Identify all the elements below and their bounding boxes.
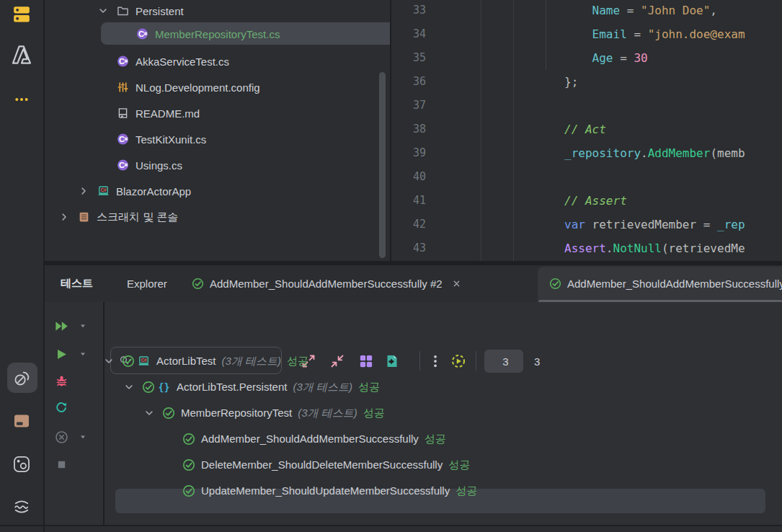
- run-all-tests-button[interactable]: [54, 319, 69, 337]
- file-name: AkkaServiceTest.cs: [135, 56, 229, 68]
- file-name: BlazorActorApp: [116, 185, 191, 198]
- close-tab-icon[interactable]: [451, 278, 462, 289]
- waves-button[interactable]: [0, 497, 43, 516]
- project-tree-item[interactable]: README.md: [45, 102, 390, 125]
- storage-box-icon: [13, 412, 30, 430]
- file-name: MemberRepositoryTest.cs: [155, 28, 280, 40]
- dropdown-arrow-icon[interactable]: [78, 321, 88, 334]
- code-token: =: [620, 4, 641, 17]
- line-number: 43: [391, 236, 426, 260]
- yellow-stack-button[interactable]: [0, 5, 43, 24]
- code-line: Age = 30: [509, 46, 648, 70]
- code-line: // Act: [509, 118, 606, 141]
- test-name: ActorLibTest.Persistent: [177, 381, 287, 393]
- check-circle-icon: [122, 355, 135, 368]
- stop-button[interactable]: [56, 459, 67, 473]
- check-circle-icon: [549, 278, 561, 290]
- run-test-button[interactable]: [55, 347, 68, 364]
- project-tree-item[interactable]: CTestKitXunit.cs: [45, 128, 390, 151]
- tab-label: AddMember_ShouldAddMemberSuccessfully: [567, 278, 782, 290]
- test-name: MemberRepositoryTest: [181, 407, 292, 419]
- storage-box-button[interactable]: [0, 412, 43, 430]
- svg-text:C: C: [119, 57, 125, 66]
- project-tree-item[interactable]: CUsings.cs: [45, 154, 390, 177]
- test-tree-item[interactable]: {}ActorLibTest.Persistent(3개 테스트)성공: [45, 375, 782, 399]
- test-tree-item[interactable]: C#ActorLibTest(3개 테스트)성공: [45, 349, 782, 373]
- check-circle-icon: [162, 407, 175, 420]
- code-token: [509, 27, 592, 41]
- csharp-file-icon: C: [117, 56, 129, 68]
- code-token: .: [606, 241, 613, 255]
- csharp-file-icon: C: [117, 133, 129, 146]
- yellow-stack-icon: [12, 5, 31, 24]
- dropdown-arrow-icon: [78, 349, 88, 359]
- azure-button[interactable]: [0, 43, 43, 66]
- code-token: =: [613, 51, 634, 65]
- project-tree-item[interactable]: NLog.Development.config: [45, 76, 390, 99]
- test-status: 성공: [456, 484, 477, 498]
- project-tree-item[interactable]: C#BlazorActorApp: [45, 179, 390, 203]
- rerun-tests-button[interactable]: [55, 402, 68, 417]
- rerun-icon: [55, 402, 68, 414]
- test-name: DeleteMember_ShouldDeleteMemberSuccessfu…: [201, 458, 443, 471]
- code-token: [509, 146, 564, 160]
- dropdown-arrow-icon[interactable]: [78, 432, 88, 445]
- waves-icon: [12, 497, 31, 516]
- code-line: Name = "John Doe",: [509, 0, 717, 22]
- code-token: (retrievedMe: [662, 241, 745, 255]
- code-line: // Assert: [509, 189, 627, 213]
- test-panel-tab-strip: 테스트 ExplorerAddMember_ShouldAddMemberSuc…: [45, 265, 782, 302]
- chevron-right-icon[interactable]: [58, 211, 70, 223]
- readme-book-icon: [117, 107, 129, 120]
- test-tree-item[interactable]: UpdateMember_ShouldUpdateMemberSuccessfu…: [45, 479, 782, 503]
- stop-session-button[interactable]: [55, 430, 68, 447]
- code-token: Age: [592, 51, 613, 65]
- line-number: 37: [391, 94, 426, 118]
- test-tree-item[interactable]: AddMember_ShouldAddMemberSuccessfully성공: [45, 427, 782, 451]
- file-name: 스크래치 및 콘솔: [97, 210, 178, 224]
- check-circle-icon: [142, 381, 155, 394]
- tab-explorer[interactable]: Explorer: [127, 265, 167, 302]
- package-button[interactable]: [0, 455, 43, 474]
- project-scrollbar[interactable]: [379, 72, 386, 258]
- chevron-right-icon[interactable]: [78, 185, 89, 197]
- project-tree-item[interactable]: Persistent: [45, 0, 390, 22]
- tab-test-session[interactable]: AddMember_ShouldAddMemberSuccessfully #2: [192, 265, 462, 302]
- svg-text:C: C: [138, 30, 144, 38]
- unit-tests-button[interactable]: [0, 369, 43, 388]
- test-tree-item[interactable]: DeleteMember_ShouldDeleteMemberSuccessfu…: [45, 453, 782, 477]
- code-token: // Act: [564, 123, 606, 136]
- run-all-icon: [54, 319, 69, 334]
- code-token: [509, 51, 592, 65]
- bug-icon: [55, 374, 68, 388]
- code-token: 30: [634, 51, 647, 65]
- svg-text:C: C: [119, 135, 125, 143]
- config-sliders-icon: [117, 81, 129, 94]
- status-bar-border: [0, 525, 782, 526]
- code-token: "John Doe": [641, 4, 710, 17]
- test-tree-item[interactable]: MemberRepositoryTest(3개 테스트)성공: [45, 401, 782, 425]
- project-tree-item[interactable]: CAkkaServiceTest.cs: [45, 50, 390, 73]
- code-token: Email: [592, 27, 627, 41]
- debug-test-button[interactable]: [55, 374, 68, 391]
- tab-test-session-selected[interactable]: AddMember_ShouldAddMemberSuccessfully: [549, 265, 782, 302]
- dropdown-arrow-icon[interactable]: [78, 349, 88, 362]
- test-name: AddMember_ShouldAddMemberSuccessfully: [201, 433, 419, 445]
- chevron-down-icon[interactable]: [123, 381, 135, 393]
- project-tree-item[interactable]: CMemberRepositoryTest.cs: [45, 22, 390, 45]
- line-number: 41: [391, 189, 426, 213]
- chevron-down-icon[interactable]: [103, 355, 115, 367]
- chevron-down-icon[interactable]: [143, 407, 155, 419]
- more-ellipsis-button[interactable]: [0, 92, 43, 107]
- project-tree-item[interactable]: 스크래치 및 콘솔: [45, 205, 390, 229]
- csharp-file-icon: C: [136, 28, 148, 40]
- chevron-down-icon[interactable]: [97, 5, 109, 17]
- folder-icon: [117, 5, 129, 17]
- test-count: (3개 테스트): [293, 381, 352, 394]
- code-token: =: [627, 27, 648, 41]
- azure-icon: [10, 43, 33, 66]
- code-token: "john.doe@exam: [648, 27, 745, 41]
- code-editor[interactable]: 33 Name = "John Doe",34 Email = "john.do…: [391, 0, 782, 261]
- code-token: .: [641, 146, 648, 160]
- svg-text:{}: {}: [159, 382, 170, 393]
